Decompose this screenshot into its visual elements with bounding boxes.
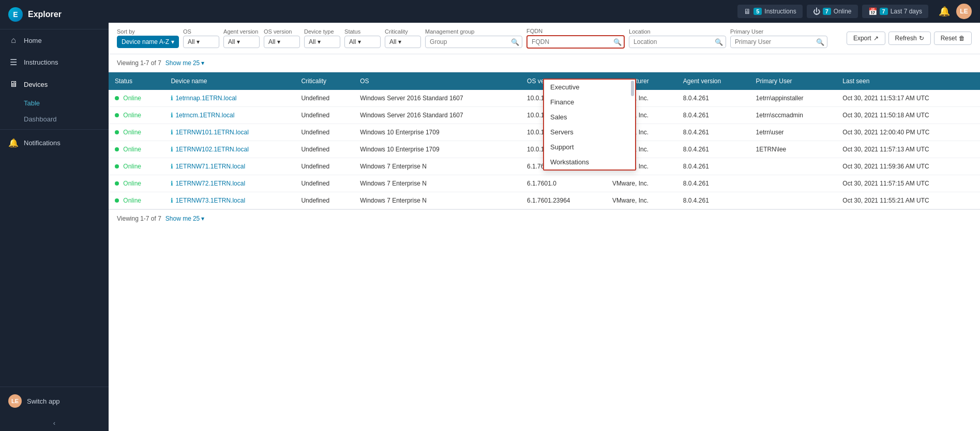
status-dot-1 bbox=[115, 113, 119, 117]
viewing-text: Viewing 1-7 of 7 bbox=[117, 59, 161, 67]
device-link-5[interactable]: ℹ 1ETRNW72.1ETRN.local bbox=[171, 180, 289, 187]
primary-user-input[interactable] bbox=[730, 36, 827, 48]
info-icon-6: ℹ bbox=[171, 197, 173, 204]
sidebar-item-notifications[interactable]: 🔔 Notifications bbox=[0, 132, 109, 154]
sidebar-item-home[interactable]: ⌂ Home bbox=[0, 29, 109, 51]
sidebar-item-devices[interactable]: 🖥 Devices bbox=[0, 73, 109, 95]
lastdays-count-badge: 7 bbox=[880, 8, 888, 15]
os-filter: OS All ▾ bbox=[183, 28, 219, 48]
lastdays-topbar-label: Last 7 days bbox=[891, 8, 922, 15]
dropdown-item-finance[interactable]: Finance bbox=[544, 95, 635, 110]
col-last-seen[interactable]: Last seen bbox=[836, 72, 980, 90]
device-type-filter: Device type All ▾ bbox=[304, 28, 340, 48]
online-topbar-button[interactable]: ⏻ 7 Online bbox=[807, 5, 858, 18]
device-link-3[interactable]: ℹ 1ETRNW102.1ETRN.local bbox=[171, 146, 289, 153]
cell-os-version-5: 6.1.7601.0 bbox=[521, 175, 606, 192]
cell-os-5: Windows 7 Enterprise N bbox=[354, 175, 521, 192]
dropdown-item-support[interactable]: Support bbox=[544, 140, 635, 155]
refresh-button[interactable]: Refresh ↻ bbox=[888, 32, 931, 45]
sidebar-sub-item-dashboard[interactable]: Dashboard bbox=[0, 111, 109, 127]
status-select[interactable]: All ▾ bbox=[344, 36, 381, 48]
os-version-select[interactable]: All ▾ bbox=[264, 36, 300, 48]
table-row: Online ℹ 1ETRNW72.1ETRN.local Undefined … bbox=[109, 175, 980, 192]
dropdown-item-sales[interactable]: Sales bbox=[544, 110, 635, 125]
status-text-2: Online bbox=[123, 129, 141, 136]
sidebar-sub-item-table[interactable]: Table bbox=[0, 95, 109, 111]
device-link-1[interactable]: ℹ 1etrncm.1ETRN.local bbox=[171, 112, 289, 119]
cell-status-0: Online bbox=[109, 90, 164, 107]
switch-app-button[interactable]: LE Switch app bbox=[0, 387, 109, 415]
cell-os-4: Windows 7 Enterprise N bbox=[354, 158, 521, 175]
cell-primary-user-2: 1etrn\user bbox=[750, 124, 837, 141]
cell-agent-version-3: 8.0.4.261 bbox=[677, 141, 750, 158]
dropdown-item-servers[interactable]: Servers bbox=[544, 125, 635, 140]
col-agent-version[interactable]: Agent version bbox=[677, 72, 750, 90]
management-group-search-icon[interactable]: 🔍 bbox=[511, 38, 519, 46]
app-title: Explorer bbox=[28, 10, 62, 19]
bottom-show-me-select[interactable]: Show me 25 ▾ bbox=[165, 215, 204, 222]
primary-user-label: Primary User bbox=[730, 28, 827, 35]
status-filter: Status All ▾ bbox=[344, 28, 381, 48]
info-icon-2: ℹ bbox=[171, 129, 173, 136]
top-bar: 🖥 5 Instructions ⏻ 7 Online 📅 7 Last 7 d… bbox=[109, 0, 980, 23]
os-chevron: ▾ bbox=[197, 38, 200, 45]
management-group-label: Management group bbox=[425, 28, 522, 35]
management-group-input[interactable] bbox=[425, 36, 522, 48]
filter-bar: Sort by Device name A-Z ▾ OS All ▾ Agent… bbox=[109, 23, 980, 54]
cell-criticality-6: Undefined bbox=[295, 192, 354, 209]
user-avatar-top[interactable]: LE bbox=[956, 4, 972, 19]
fqdn-input[interactable] bbox=[526, 35, 625, 49]
sort-by-select[interactable]: Device name A-Z ▾ bbox=[117, 36, 179, 48]
sort-by-filter: Sort by Device name A-Z ▾ bbox=[117, 28, 179, 48]
sidebar-sub-item-dashboard-label: Dashboard bbox=[24, 115, 57, 123]
location-search-icon[interactable]: 🔍 bbox=[715, 38, 723, 46]
nav-divider bbox=[0, 129, 109, 130]
cell-status-5: Online bbox=[109, 175, 164, 192]
calendar-icon: 📅 bbox=[868, 7, 877, 16]
export-button[interactable]: Export ↗ bbox=[847, 32, 885, 45]
bottom-show-me-value: 25 bbox=[193, 215, 200, 222]
show-me-select[interactable]: Show me 25 ▾ bbox=[165, 59, 204, 67]
sidebar-sub-item-table-label: Table bbox=[24, 99, 40, 107]
col-os[interactable]: OS bbox=[354, 72, 521, 90]
status-dot-4 bbox=[115, 164, 119, 168]
col-device-name[interactable]: Device name bbox=[164, 72, 295, 90]
collapse-sidebar-button[interactable]: ‹ bbox=[0, 415, 109, 431]
col-criticality[interactable]: Criticality bbox=[295, 72, 354, 90]
bottom-show-me-chevron: ▾ bbox=[201, 215, 204, 222]
device-link-6[interactable]: ℹ 1ETRNW73.1ETRN.local bbox=[171, 197, 289, 204]
notifications-bell-button[interactable]: 🔔 bbox=[937, 4, 952, 19]
device-link-0[interactable]: ℹ 1etrnnap.1ETRN.local bbox=[171, 95, 289, 102]
os-select[interactable]: All ▾ bbox=[183, 36, 219, 48]
col-status[interactable]: Status bbox=[109, 72, 164, 90]
device-link-2[interactable]: ℹ 1ETRNW101.1ETRN.local bbox=[171, 129, 289, 136]
cell-criticality-0: Undefined bbox=[295, 90, 354, 107]
sort-by-chevron: ▾ bbox=[171, 38, 174, 45]
location-input[interactable] bbox=[629, 36, 726, 48]
criticality-select[interactable]: All ▾ bbox=[385, 36, 421, 48]
agent-version-select[interactable]: All ▾ bbox=[223, 36, 260, 48]
dropdown-item-workstations[interactable]: Workstations bbox=[544, 155, 635, 170]
show-me-value: 25 bbox=[193, 59, 200, 67]
cell-last-seen-4: Oct 30, 2021 11:59:36 AM UTC bbox=[836, 158, 980, 175]
criticality-label: Criticality bbox=[385, 28, 421, 35]
device-link-4[interactable]: ℹ 1ETRNW71.1ETRN.local bbox=[171, 163, 289, 170]
reset-button[interactable]: Reset 🗑 bbox=[934, 32, 972, 45]
location-search-wrap: 🔍 bbox=[629, 36, 726, 48]
refresh-icon: ↻ bbox=[919, 35, 924, 42]
instructions-icon: ☰ bbox=[8, 57, 19, 67]
col-primary-user[interactable]: Primary User bbox=[750, 72, 837, 90]
main-content: 🖥 5 Instructions ⏻ 7 Online 📅 7 Last 7 d… bbox=[109, 0, 980, 431]
sidebar-item-instructions[interactable]: ☰ Instructions bbox=[0, 51, 109, 73]
fqdn-search-icon[interactable]: 🔍 bbox=[613, 38, 622, 46]
primary-user-search-icon[interactable]: 🔍 bbox=[816, 38, 824, 46]
management-group-dropdown: Executive Finance Sales Servers Support … bbox=[543, 79, 636, 171]
cell-primary-user-0: 1etrn\appinstaller bbox=[750, 90, 837, 107]
device-type-select[interactable]: All ▾ bbox=[304, 36, 340, 48]
dropdown-item-executive[interactable]: Executive bbox=[544, 80, 635, 95]
lastdays-topbar-button[interactable]: 📅 7 Last 7 days bbox=[862, 5, 929, 18]
cell-primary-user-6 bbox=[750, 192, 837, 209]
instructions-topbar-button[interactable]: 🖥 5 Instructions bbox=[737, 5, 802, 18]
cell-last-seen-2: Oct 30, 2021 12:00:40 PM UTC bbox=[836, 124, 980, 141]
status-text-1: Online bbox=[123, 112, 141, 119]
